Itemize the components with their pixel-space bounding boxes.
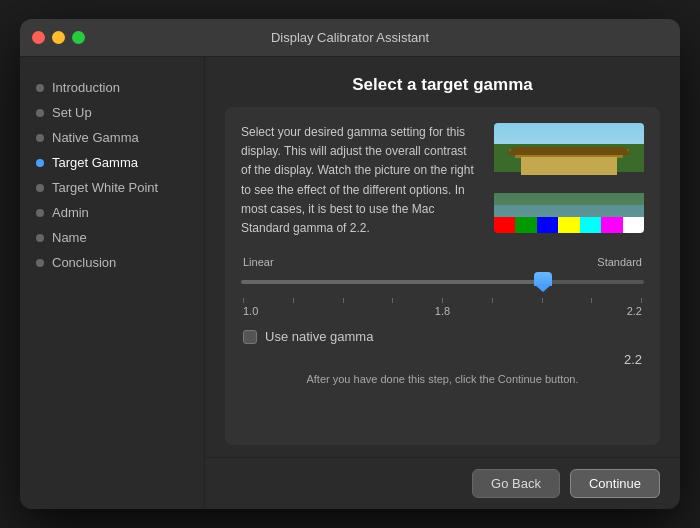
sidebar-dot-target-white-point (36, 184, 44, 192)
sidebar-dot-conclusion (36, 259, 44, 267)
sidebar-dot-native-gamma (36, 134, 44, 142)
content-header: Select a target gamma (205, 57, 680, 107)
color-bar-red (494, 217, 515, 234)
color-bar-white (623, 217, 644, 234)
gamma-slider-section: Linear Standard (241, 256, 644, 317)
sidebar-label-name: Name (52, 230, 87, 245)
tick-5 (442, 298, 443, 303)
color-bar-green (515, 217, 536, 234)
preview-image (494, 123, 644, 233)
tick-1 (243, 298, 244, 303)
page-title: Select a target gamma (352, 75, 532, 94)
content-body: Select your desired gamma setting for th… (205, 107, 680, 457)
slider-label-standard: Standard (597, 256, 642, 268)
maximize-button[interactable] (72, 31, 85, 44)
sidebar-label-target-white-point: Target White Point (52, 180, 158, 195)
slider-num-2: 1.8 (435, 305, 450, 317)
tick-9 (641, 298, 642, 303)
sidebar-item-native-gamma[interactable]: Native Gamma (20, 125, 204, 150)
slider-fill (241, 280, 543, 284)
description-text: Select your desired gamma setting for th… (241, 123, 478, 238)
sidebar-item-target-gamma[interactable]: Target Gamma (20, 150, 204, 175)
close-button[interactable] (32, 31, 45, 44)
sidebar-item-target-white-point[interactable]: Target White Point (20, 175, 204, 200)
panel-top: Select your desired gamma setting for th… (241, 123, 644, 238)
tick-6 (492, 298, 493, 303)
native-gamma-checkbox[interactable] (243, 330, 257, 344)
slider-track-container[interactable] (241, 272, 644, 292)
tick-3 (343, 298, 344, 303)
sidebar-item-conclusion[interactable]: Conclusion (20, 250, 204, 275)
instruction-text: After you have done this step, click the… (241, 373, 644, 385)
sidebar-label-conclusion: Conclusion (52, 255, 116, 270)
slider-track[interactable] (241, 280, 644, 284)
gamma-value-display: 2.2 (241, 352, 644, 367)
sidebar-dot-introduction (36, 84, 44, 92)
window: Display Calibrator Assistant Introductio… (20, 19, 680, 509)
footer: Go Back Continue (205, 457, 680, 509)
tick-4 (392, 298, 393, 303)
tick-7 (542, 298, 543, 303)
native-gamma-row[interactable]: Use native gamma (241, 329, 644, 344)
traffic-lights (32, 31, 85, 44)
sidebar-label-admin: Admin (52, 205, 89, 220)
sidebar-dot-admin (36, 209, 44, 217)
slider-num-1: 1.0 (243, 305, 258, 317)
sidebar-label-introduction: Introduction (52, 80, 120, 95)
minimize-button[interactable] (52, 31, 65, 44)
native-gamma-label: Use native gamma (265, 329, 373, 344)
sidebar-dot-target-gamma (36, 159, 44, 167)
sidebar-label-native-gamma: Native Gamma (52, 130, 139, 145)
sidebar-item-admin[interactable]: Admin (20, 200, 204, 225)
color-bar-yellow (558, 217, 579, 234)
sidebar-item-setup[interactable]: Set Up (20, 100, 204, 125)
tick-8 (591, 298, 592, 303)
sidebar: Introduction Set Up Native Gamma Target … (20, 57, 205, 509)
sidebar-label-target-gamma: Target Gamma (52, 155, 138, 170)
continue-button[interactable]: Continue (570, 469, 660, 498)
main-area: Introduction Set Up Native Gamma Target … (20, 57, 680, 509)
slider-numbers: 1.0 1.8 2.2 (241, 303, 644, 317)
tick-2 (293, 298, 294, 303)
color-bar-magenta (601, 217, 622, 234)
color-bar-cyan (580, 217, 601, 234)
sidebar-item-introduction[interactable]: Introduction (20, 75, 204, 100)
slider-num-3: 2.2 (627, 305, 642, 317)
slider-label-linear: Linear (243, 256, 274, 268)
titlebar: Display Calibrator Assistant (20, 19, 680, 57)
slider-ticks (241, 294, 644, 303)
content-area: Select a target gamma Select your desire… (205, 57, 680, 509)
sidebar-dot-name (36, 234, 44, 242)
sidebar-dot-setup (36, 109, 44, 117)
color-bar-blue (537, 217, 558, 234)
gamma-slider-thumb[interactable] (534, 272, 552, 292)
slider-labels-top: Linear Standard (241, 256, 644, 268)
sidebar-label-setup: Set Up (52, 105, 92, 120)
go-back-button[interactable]: Go Back (472, 469, 560, 498)
sidebar-item-name[interactable]: Name (20, 225, 204, 250)
main-panel: Select your desired gamma setting for th… (225, 107, 660, 445)
slider-thumb-wrapper[interactable] (534, 272, 552, 292)
window-title: Display Calibrator Assistant (271, 30, 429, 45)
